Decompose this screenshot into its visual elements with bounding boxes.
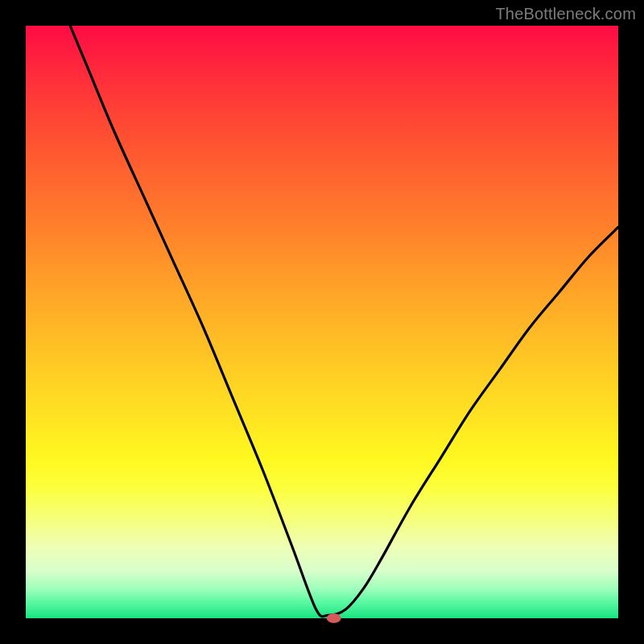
chart-frame: TheBottleneck.com [0, 0, 644, 644]
curve-svg [26, 26, 618, 618]
minimum-marker [327, 613, 341, 623]
plot-area [26, 26, 618, 618]
watermark-text: TheBottleneck.com [495, 5, 636, 23]
bottleneck-curve-path [26, 0, 618, 617]
